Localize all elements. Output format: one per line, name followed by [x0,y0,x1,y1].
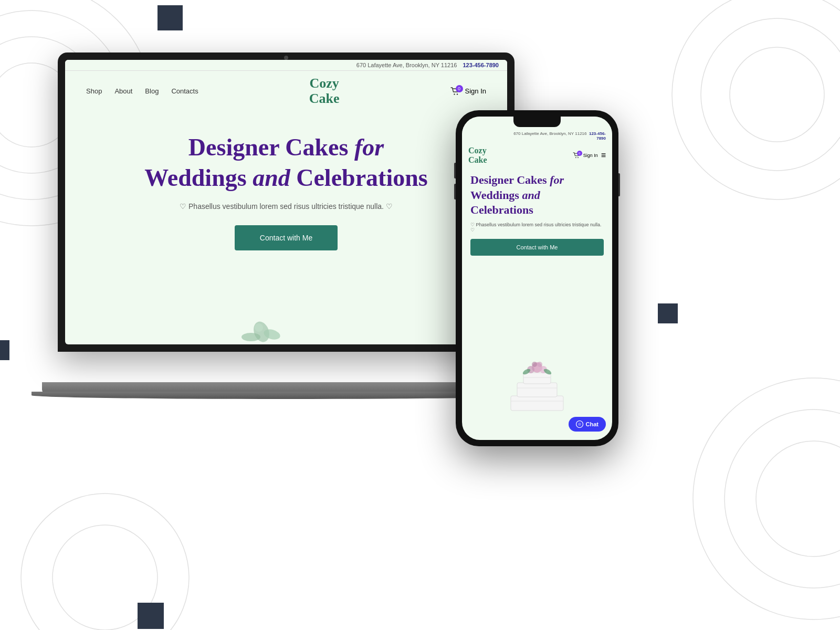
laptop-address: 670 Lafayette Ave, Brooklyn, NY 11216 [356,62,457,68]
laptop-body: 670 Lafayette Ave, Brooklyn, NY 11216 12… [58,52,514,352]
nav-contacts[interactable]: Contacts [171,87,198,95]
phone-device: 670 Lafayette Ave, Brooklyn, NY 11216 12… [456,110,618,446]
laptop-subtext: ♡ Phasellus vestibulum lorem sed risus u… [97,202,476,211]
svg-rect-22 [523,373,551,384]
phone-volume-down [454,184,456,200]
laptop-cake-deco [230,306,298,344]
svg-point-11 [693,378,840,620]
laptop-cart-badge: 0 [456,85,463,92]
phone-nav: Cozy Cake 0 Sign In ≡ [462,143,612,167]
phone-screen: 670 Lafayette Ave, Brooklyn, NY 11216 12… [462,117,612,440]
laptop-nav: Shop About Blog Contacts Cozy Cake [65,71,507,111]
svg-point-7 [701,18,840,171]
phone-power [618,173,620,196]
svg-point-12 [454,93,455,94]
laptop-cta-button[interactable]: Contact with Me [235,225,338,250]
deco-square-3 [658,303,678,323]
laptop-hero: Designer Cakes for Weddings and Celebrat… [65,111,507,261]
phone-signin[interactable]: Sign In [583,153,598,158]
svg-point-6 [730,47,824,142]
laptop-headline: Designer Cakes for Weddings and Celebrat… [97,132,476,193]
phone-cta-button[interactable]: Contact with Me [470,239,604,256]
laptop-cart[interactable]: 0 [450,87,460,96]
phone-headline: Designer Cakes for Weddings and Celebrat… [470,173,604,218]
svg-point-17 [255,323,263,332]
svg-point-5 [21,494,189,630]
svg-point-13 [456,93,457,94]
svg-point-10 [724,410,840,588]
svg-rect-21 [517,383,557,397]
svg-point-18 [575,157,576,158]
deco-square-4 [138,603,164,629]
nav-about[interactable]: About [114,87,132,95]
svg-point-34 [578,423,581,426]
laptop-nav-links: Shop About Blog Contacts [86,87,198,95]
nav-shop[interactable]: Shop [86,87,102,95]
nav-blog[interactable]: Blog [145,87,159,95]
phone-nav-right: 0 Sign In ≡ [573,151,606,160]
phone-hero: Designer Cakes for Weddings and Celebrat… [462,167,612,261]
laptop-camera [284,56,288,60]
laptop-screen: 670 Lafayette Ave, Brooklyn, NY 11216 12… [65,60,507,344]
laptop-phone: 123-456-7890 [463,62,499,68]
phone-subtext: ♡ Phasellus vestibulum lorem sed risus u… [470,222,604,233]
svg-point-27 [537,362,542,367]
phone-body: 670 Lafayette Ave, Brooklyn, NY 11216 12… [456,110,618,446]
phone-cart[interactable]: 0 [573,152,580,159]
laptop-device: 670 Lafayette Ave, Brooklyn, NY 11216 12… [58,52,514,394]
laptop-logo: Cozy Cake [309,76,340,106]
phone-notch [513,117,561,127]
svg-point-19 [578,157,579,158]
phone-cake-deco [495,349,579,414]
phone-number: 123-456-7890 [588,131,606,141]
chat-label: Chat [586,421,598,427]
svg-rect-20 [511,396,563,411]
phone-volume-up [454,163,456,178]
laptop-signin[interactable]: Sign In [465,87,486,95]
svg-point-26 [532,362,537,367]
svg-point-8 [672,0,840,200]
deco-square-1 [158,5,183,30]
phone-cart-badge: 0 [577,151,582,156]
chat-button[interactable]: Chat [569,417,606,432]
phone-menu-icon[interactable]: ≡ [601,151,606,160]
deco-square-2 [0,340,9,360]
laptop-nav-right: 0 Sign In [450,87,486,96]
phone-logo: Cozy Cake [468,146,487,164]
laptop-topbar: 670 Lafayette Ave, Brooklyn, NY 11216 12… [65,60,507,71]
svg-point-9 [756,441,840,556]
phone-address: 670 Lafayette Ave, Brooklyn, NY 11216 [513,131,586,136]
